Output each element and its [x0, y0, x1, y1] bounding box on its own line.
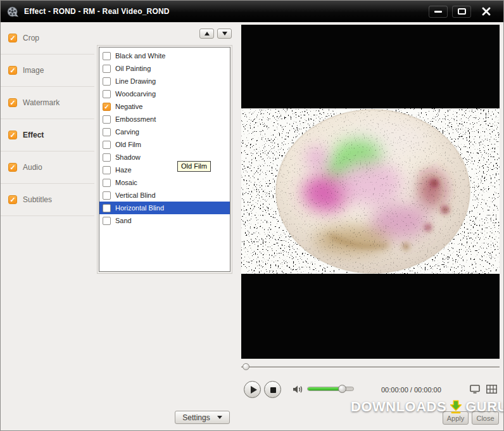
effect-label: Shadow [115, 153, 141, 161]
effect-list-item[interactable]: Embossment [99, 113, 230, 125]
play-icon [251, 386, 257, 394]
arrow-down-icon [222, 32, 227, 35]
play-button[interactable] [244, 381, 261, 398]
close-button[interactable] [476, 4, 497, 18]
sidebar-item[interactable]: Crop [1, 22, 94, 55]
sidebar-item[interactable]: Effect [1, 119, 94, 151]
effect-checkbox[interactable] [103, 77, 111, 86]
effect-checkbox[interactable] [103, 217, 111, 225]
sidebar-item[interactable]: Subtitles [1, 184, 94, 216]
effect-list-item[interactable]: Old Film [99, 138, 230, 151]
video-preview [241, 25, 500, 359]
snapshot-button[interactable] [469, 383, 481, 394]
effect-list-item[interactable]: Mosaic [99, 176, 230, 189]
effect-label: Embossment [115, 115, 156, 123]
monitor-icon [470, 385, 480, 394]
effect-list-item[interactable]: Sand [99, 214, 230, 227]
effect-checkbox[interactable] [103, 179, 111, 187]
effect-checkbox[interactable] [103, 141, 111, 149]
watermark-text-left: DOWNLOADS [351, 399, 446, 415]
effect-list-item[interactable]: Carving [99, 125, 230, 138]
effect-list-item[interactable]: Horizontal Blind [99, 202, 230, 214]
volume-fill [308, 387, 341, 390]
film-reel-icon [7, 6, 19, 18]
chevron-down-icon [217, 416, 222, 419]
settings-button[interactable]: Settings [175, 411, 230, 424]
effect-label: Line Drawing [115, 77, 156, 85]
reorder-buttons [199, 29, 232, 39]
effect-label: Sand [115, 217, 132, 224]
sidebar-item[interactable]: Image [1, 55, 94, 87]
apply-button[interactable]: Apply [443, 411, 469, 425]
effect-checkbox[interactable] [103, 52, 111, 60]
effect-list-item[interactable]: Oil Painting [99, 62, 230, 75]
titlebar[interactable]: Effect - ROND - RM - Real Video_ROND [1, 1, 503, 22]
effect-label: Black and White [115, 52, 165, 60]
effect-dialog-window: Effect - ROND - RM - Real Video_ROND Cro… [0, 0, 504, 431]
time-display: 00:00:00 / 00:00:00 [381, 386, 441, 394]
maximize-button[interactable] [452, 6, 471, 18]
effect-list-item[interactable]: Woodcarving [99, 87, 230, 100]
checked-checkbox-icon[interactable] [8, 66, 17, 75]
effect-list-item[interactable]: Negative [99, 100, 230, 113]
video-frame-image [241, 25, 500, 359]
effect-checkbox[interactable] [103, 65, 111, 73]
checked-checkbox-icon[interactable] [8, 34, 17, 42]
filmstrip-icon [486, 385, 497, 394]
frames-button[interactable] [485, 383, 498, 394]
stop-button[interactable] [264, 381, 281, 398]
effect-checkbox[interactable] [103, 90, 111, 98]
effect-list[interactable]: Black and White Oil Painting Line Drawin… [99, 47, 230, 272]
effect-label: Mosaic [115, 179, 137, 186]
player-controls: 00:00:00 / 00:00:00 [241, 380, 500, 400]
minimize-button[interactable] [429, 6, 448, 18]
effect-list-item[interactable]: Vertical Blind [99, 189, 230, 202]
settings-label: Settings [182, 413, 210, 422]
volume-thumb[interactable] [338, 385, 346, 393]
sidebar-item[interactable]: Audio [1, 151, 94, 184]
volume-slider[interactable] [307, 387, 354, 391]
window-controls [429, 4, 497, 18]
effect-label: Horizontal Blind [115, 204, 164, 212]
effect-checkbox[interactable] [103, 204, 111, 212]
effect-checkbox[interactable] [103, 115, 111, 124]
sidebar-item-label: Crop [23, 34, 39, 42]
sidebar-item[interactable]: Watermark [1, 87, 94, 119]
effect-label: Haze [115, 166, 132, 174]
checked-checkbox-icon[interactable] [8, 131, 17, 139]
window-title: Effect - ROND - RM - Real Video_ROND [24, 7, 170, 16]
sidebar-item-label: Image [23, 66, 44, 75]
effect-label: Vertical Blind [115, 191, 156, 199]
effect-list-item[interactable]: Line Drawing [99, 75, 230, 87]
checked-checkbox-icon[interactable] [8, 195, 17, 204]
arrow-up-icon [205, 32, 210, 35]
checked-checkbox-icon[interactable] [8, 163, 17, 172]
apply-label: Apply [447, 415, 465, 422]
effect-label: Carving [115, 128, 139, 136]
tooltip: Old Film [177, 161, 211, 172]
effect-checkbox[interactable] [103, 103, 111, 111]
seek-thumb[interactable] [243, 363, 249, 370]
stop-icon [270, 387, 276, 393]
close-label: Close [476, 415, 494, 422]
sidebar-item-label: Audio [23, 163, 42, 172]
seek-bar[interactable] [241, 363, 500, 371]
seek-track[interactable] [241, 366, 500, 368]
sidebar-item-label: Effect [23, 131, 44, 139]
maximize-icon [458, 8, 466, 15]
sidebar-item-label: Watermark [23, 98, 60, 107]
move-up-button[interactable] [199, 29, 214, 39]
close-icon [481, 6, 491, 16]
effect-checkbox[interactable] [103, 128, 111, 136]
effect-label: Woodcarving [115, 90, 156, 98]
move-down-button[interactable] [217, 29, 232, 39]
effect-checkbox[interactable] [103, 191, 111, 200]
effect-list-item[interactable]: Black and White [99, 49, 230, 62]
checked-checkbox-icon[interactable] [8, 98, 17, 107]
close-dialog-button[interactable]: Close [472, 411, 499, 425]
effect-checkbox[interactable] [103, 166, 111, 174]
minimize-icon [434, 11, 442, 13]
effect-label: Negative [115, 103, 142, 110]
speaker-icon[interactable] [293, 385, 303, 397]
effect-checkbox[interactable] [103, 153, 111, 162]
